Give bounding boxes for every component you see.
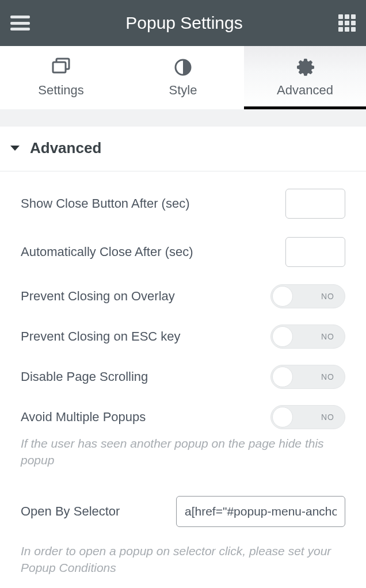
gear-icon bbox=[295, 58, 315, 77]
tab-label: Advanced bbox=[277, 83, 333, 98]
toggle-prevent-esc[interactable]: NO bbox=[270, 324, 345, 349]
label-prevent-overlay: Prevent Closing on Overlay bbox=[21, 289, 270, 304]
label-auto-close-after: Automatically Close After (sec) bbox=[21, 245, 285, 259]
advanced-panel: Show Close Button After (sec) Automatica… bbox=[0, 171, 366, 582]
toggle-disable-scroll[interactable]: NO bbox=[270, 365, 345, 389]
toggle-state: NO bbox=[321, 332, 334, 341]
toggle-state: NO bbox=[321, 292, 334, 301]
toggle-prevent-overlay[interactable]: NO bbox=[270, 284, 345, 308]
section-title: Advanced bbox=[30, 139, 101, 157]
contrast-icon bbox=[173, 58, 193, 77]
svg-rect-0 bbox=[53, 62, 66, 72]
tab-settings[interactable]: Settings bbox=[0, 46, 122, 109]
input-auto-close-after[interactable] bbox=[285, 237, 345, 267]
row-open-by-selector: Open By Selector bbox=[21, 491, 345, 532]
page-title: Popup Settings bbox=[125, 13, 242, 33]
tab-advanced[interactable]: Advanced bbox=[244, 46, 366, 109]
input-open-by-selector[interactable] bbox=[176, 496, 345, 527]
section-toggle-advanced[interactable]: Advanced bbox=[0, 127, 366, 171]
toggle-state: NO bbox=[321, 413, 334, 422]
tab-style[interactable]: Style bbox=[122, 46, 244, 109]
label-open-by-selector: Open By Selector bbox=[21, 504, 165, 519]
divider-strip bbox=[0, 109, 366, 127]
label-disable-scroll: Disable Page Scrolling bbox=[21, 369, 270, 384]
label-avoid-multiple: Avoid Multiple Popups bbox=[21, 410, 270, 425]
row-auto-close-after: Automatically Close After (sec) bbox=[21, 228, 345, 276]
desc-open-by-selector: In order to open a popup on selector cli… bbox=[21, 543, 345, 582]
row-prevent-overlay: Prevent Closing on Overlay NO bbox=[21, 276, 345, 316]
tab-label: Settings bbox=[38, 83, 84, 98]
row-show-close-after: Show Close Button After (sec) bbox=[21, 180, 345, 228]
row-avoid-multiple: Avoid Multiple Popups NO bbox=[21, 397, 345, 437]
label-show-close-after: Show Close Button After (sec) bbox=[21, 196, 285, 211]
toggle-state: NO bbox=[321, 372, 334, 381]
row-disable-scroll: Disable Page Scrolling NO bbox=[21, 357, 345, 397]
tab-label: Style bbox=[169, 83, 197, 98]
menu-icon[interactable] bbox=[10, 16, 30, 30]
input-show-close-after[interactable] bbox=[285, 189, 345, 219]
desc-avoid-multiple: If the user has seen another popup on th… bbox=[21, 435, 345, 475]
tabs: Settings Style Advanced bbox=[0, 46, 366, 109]
caret-down-icon bbox=[10, 146, 20, 151]
toggle-avoid-multiple[interactable]: NO bbox=[270, 405, 345, 429]
apps-icon[interactable] bbox=[338, 14, 356, 32]
app-header: Popup Settings bbox=[0, 0, 366, 46]
window-icon bbox=[51, 58, 71, 77]
row-prevent-esc: Prevent Closing on ESC key NO bbox=[21, 316, 345, 357]
label-prevent-esc: Prevent Closing on ESC key bbox=[21, 329, 270, 344]
